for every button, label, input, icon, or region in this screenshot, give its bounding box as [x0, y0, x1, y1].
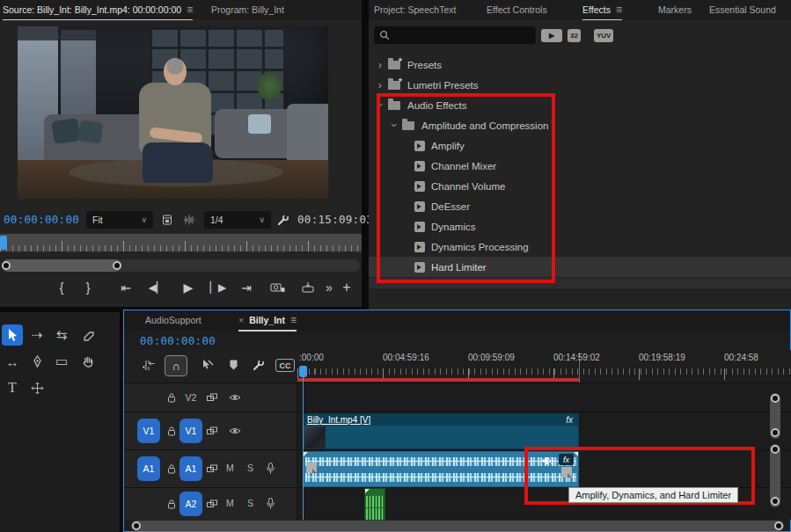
add-marker-icon[interactable]	[223, 355, 244, 375]
scroll-handle[interactable]	[771, 497, 780, 506]
video-clip-billy-int[interactable]: Billy_Int.mp4 [V] fx	[303, 413, 579, 449]
sync-lock-icon[interactable]	[205, 497, 219, 511]
fade-handle-icon[interactable]	[574, 452, 578, 456]
track-select-forward-tool[interactable]: ⇢	[26, 324, 48, 346]
linked-selection-icon[interactable]	[196, 355, 217, 375]
source-patch-a1[interactable]: A1	[137, 456, 160, 481]
effects-tree-item[interactable]: ›Audio Effects	[369, 95, 791, 115]
source-timecode[interactable]: 00:00:00:00	[4, 213, 79, 226]
tab-project[interactable]: Project: SpeechText	[374, 0, 456, 19]
mute-button[interactable]: M	[226, 463, 234, 473]
track-target-a2[interactable]: A2	[179, 492, 202, 516]
audio-clip-a2[interactable]	[364, 488, 385, 521]
timeline-hscrollbar[interactable]	[131, 521, 784, 531]
effects-hscrollbar[interactable]	[369, 278, 791, 288]
sync-lock-icon[interactable]	[205, 424, 219, 438]
effects-tree-item[interactable]: Amplify	[369, 135, 791, 156]
audio-waveform-icon[interactable]	[181, 212, 197, 228]
zoom-range-bar[interactable]	[2, 259, 121, 272]
goto-out-button[interactable]: ⇥	[238, 276, 255, 299]
track-target-a1[interactable]: A1	[179, 456, 202, 481]
fx-badge[interactable]: fx	[559, 454, 574, 465]
hand-tool[interactable]	[77, 351, 99, 372]
solo-button[interactable]: S	[247, 498, 253, 508]
chevron-expanded-icon[interactable]: ›	[388, 120, 401, 132]
effects-tree-item[interactable]: Dynamics Processing	[369, 237, 791, 257]
zoom-handle-left[interactable]	[2, 261, 11, 270]
timeline-timecode[interactable]: 00:00:00:00	[140, 334, 216, 347]
effects-tree-item[interactable]: ›Amplitude and Compression	[369, 115, 791, 135]
source-ruler[interactable]	[0, 234, 362, 251]
timeline-ruler[interactable]: :00:0000:04:59:1600:09:59:0900:14:59:020…	[297, 350, 791, 383]
scroll-handle[interactable]	[771, 428, 780, 437]
step-forward-button[interactable]: ▏▶	[209, 276, 227, 299]
snap-toggle[interactable]: ∩	[165, 355, 187, 376]
eye-icon[interactable]	[228, 390, 242, 404]
effects-tree-item[interactable]: Dynamics	[369, 216, 791, 237]
scroll-handle[interactable]	[771, 445, 780, 454]
tab-source[interactable]: Source: Billy_Int: Billy_Int.mp4: 00:00:…	[3, 0, 193, 20]
effects-tree-item[interactable]: ›★Lumetri Presets	[369, 75, 791, 95]
tab-effect-controls[interactable]: Effect Controls	[487, 0, 547, 19]
effects-tree-item[interactable]: Channel Volume	[369, 176, 791, 196]
rectangle-tool[interactable]: ▭	[51, 351, 72, 372]
track-target-v2[interactable]: V2	[179, 388, 202, 407]
effects-tree-item[interactable]: Channel Mixer	[369, 156, 791, 176]
scroll-handle[interactable]	[132, 521, 141, 530]
lock-icon[interactable]	[165, 462, 179, 476]
remap-tool[interactable]	[26, 377, 48, 398]
add-button-plus[interactable]: +	[340, 276, 354, 299]
close-icon[interactable]: ×	[238, 315, 244, 325]
sync-lock-icon[interactable]	[205, 462, 219, 476]
lock-icon[interactable]	[165, 497, 179, 511]
tab-effects[interactable]: Effects ≡	[582, 0, 622, 20]
eye-icon[interactable]	[228, 424, 242, 438]
lock-icon[interactable]	[165, 390, 179, 404]
fx-badge[interactable]: fx	[566, 415, 573, 425]
accelerated-effects-badge[interactable]: ▶	[541, 29, 562, 42]
selection-tool[interactable]	[2, 324, 23, 346]
solo-button[interactable]: S	[247, 463, 253, 473]
effects-tree-item[interactable]: DeEsser	[369, 196, 791, 216]
zoom-handle-right[interactable]	[113, 261, 121, 270]
mark-out-button[interactable]: }	[81, 276, 95, 299]
type-tool[interactable]: T	[2, 377, 23, 398]
fade-handle-icon[interactable]	[304, 452, 308, 456]
scroll-handle[interactable]	[771, 394, 780, 403]
chevron-expanded-icon[interactable]: ›	[374, 99, 387, 112]
track-zoom-scrollbar-video[interactable]	[770, 393, 780, 439]
razor-tool[interactable]	[77, 324, 99, 346]
insert-button[interactable]	[297, 276, 319, 299]
tab-audiosupport[interactable]: AudioSupport	[145, 310, 201, 330]
step-back-button[interactable]: ◀▏	[148, 276, 165, 299]
mark-in-button[interactable]: {	[55, 276, 69, 299]
mute-button[interactable]: M	[226, 498, 234, 508]
panel-menu-icon[interactable]: ≡	[187, 4, 193, 16]
effects-tree-item[interactable]: Hard Limiter	[369, 257, 791, 277]
source-zoom-scrollbar[interactable]	[2, 259, 360, 272]
search-input[interactable]	[394, 29, 512, 41]
fade-handle-icon[interactable]	[365, 489, 370, 493]
play-button[interactable]: ▶	[179, 276, 197, 299]
tab-billy-int[interactable]: × Billy_Int ≡	[238, 310, 297, 332]
track-zoom-scrollbar-audio[interactable]	[770, 444, 780, 507]
chevron-collapsed-icon[interactable]: ›	[374, 58, 386, 71]
export-frame-button[interactable]	[267, 276, 288, 299]
source-patch-v1[interactable]: V1	[137, 419, 160, 443]
settings-wrench-icon[interactable]	[275, 212, 290, 228]
source-playhead[interactable]	[0, 236, 7, 250]
mic-icon[interactable]	[263, 496, 277, 510]
slip-tool[interactable]: ↔	[2, 351, 23, 372]
lock-icon[interactable]	[165, 424, 179, 438]
timeline-settings-wrench-icon[interactable]	[247, 355, 268, 375]
chevron-collapsed-icon[interactable]: ›	[374, 78, 386, 91]
effects-tree-item[interactable]: ›★Presets	[369, 55, 791, 75]
ripple-edit-tool[interactable]: ⇆	[51, 324, 72, 346]
settings-output-icon[interactable]	[159, 212, 175, 228]
panel-menu-icon[interactable]: ≡	[290, 314, 297, 326]
tab-essential-sound[interactable]: Essential Sound	[709, 0, 776, 19]
effects-search[interactable]	[374, 26, 536, 44]
tab-markers[interactable]: Markers	[658, 0, 692, 19]
yuv-effects-badge[interactable]: YUV	[594, 29, 613, 42]
32bit-effects-badge[interactable]: 32	[568, 29, 581, 42]
